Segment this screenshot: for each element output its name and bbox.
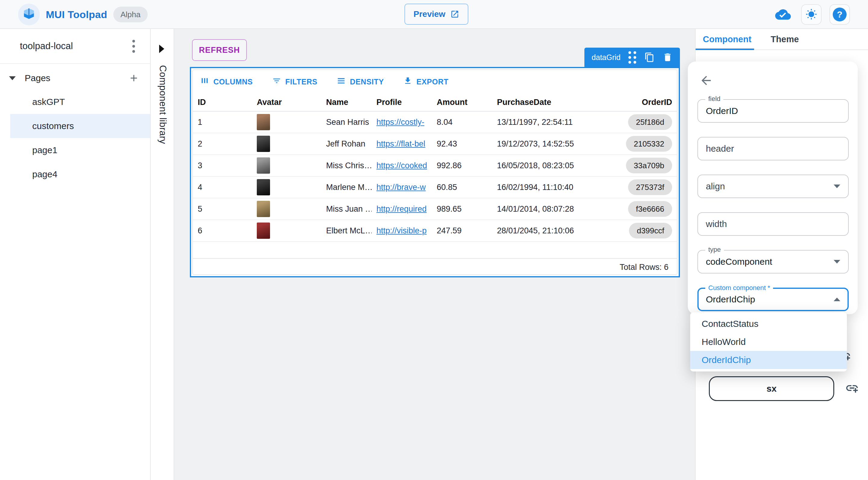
type-select[interactable]: type codeComponent: [698, 250, 849, 273]
app-title: MUI Toolpad: [46, 9, 107, 21]
sidebar-item-askGPT[interactable]: askGPT: [0, 90, 150, 114]
column-header-amount[interactable]: Amount: [432, 98, 492, 107]
top-app-bar: MUI Toolpad Alpha Preview ?: [0, 0, 868, 29]
cell-purchase-date: 13/11/1997, 22:54:11: [492, 118, 619, 127]
component-tag-label: dataGrid: [592, 53, 621, 62]
cell-id: 2: [193, 139, 252, 149]
profile-link[interactable]: https://costly-: [376, 118, 424, 127]
custom-component-menu: ContactStatusHelloWorldOrderIdChip: [690, 312, 847, 371]
avatar: [257, 157, 270, 174]
profile-link[interactable]: http://required: [376, 204, 427, 213]
menu-item-HelloWorld[interactable]: HelloWorld: [690, 333, 847, 351]
cell-order-id: 275373f: [619, 179, 677, 195]
cell-id: 5: [193, 204, 252, 214]
profile-link[interactable]: http://brave-w: [376, 183, 426, 192]
align-select[interactable]: align: [698, 175, 849, 198]
table-row[interactable]: 6Elbert McL…http://visible-p247.5928/01/…: [193, 220, 677, 242]
column-header-orderid[interactable]: OrderID: [619, 98, 677, 107]
total-rows-label: Total Rows: 6: [620, 263, 669, 272]
alpha-badge: Alpha: [113, 7, 148, 22]
custom-component-select[interactable]: Custom component * OrderIdChip: [698, 288, 849, 311]
column-header-name[interactable]: Name: [321, 98, 372, 107]
tab-component[interactable]: Component: [703, 29, 751, 50]
sx-button[interactable]: sx: [709, 376, 834, 401]
cell-amount: 989.65: [432, 204, 492, 214]
grid-toolbar-export-button[interactable]: EXPORT: [403, 76, 448, 87]
add-binding-icon[interactable]: [845, 381, 859, 396]
cell-name: Elbert McL…: [321, 226, 372, 236]
delete-icon[interactable]: [662, 52, 673, 62]
avatar: [257, 136, 270, 152]
collapse-arrow-icon[interactable]: [9, 76, 16, 80]
table-row[interactable]: 1Sean Harrishttps://costly-8.0413/11/199…: [193, 112, 677, 133]
cell-amount: 247.59: [432, 226, 492, 236]
theme-toggle-button[interactable]: [801, 4, 822, 25]
field-input[interactable]: field OrderID: [698, 99, 849, 123]
cell-name: Miss Chris…: [321, 161, 372, 170]
duplicate-icon[interactable]: [644, 52, 655, 62]
type-select-value: codeComponent: [706, 257, 834, 267]
table-row[interactable]: 4Marlene M…http://brave-w60.8516/02/1994…: [193, 177, 677, 199]
width-input[interactable]: width: [698, 212, 849, 236]
column-properties-popover: field OrderID header align width type co…: [688, 61, 858, 314]
column-header-purchasedate[interactable]: PurchaseDate: [492, 98, 619, 107]
refresh-button[interactable]: REFRESH: [192, 39, 247, 61]
table-row[interactable]: 5Miss Juan …http://required989.6514/01/2…: [193, 199, 677, 220]
selected-component-outline[interactable]: dataGrid COLUMNSFILTERSDENSITYEXPORT IDA…: [190, 67, 680, 277]
type-select-label: type: [705, 246, 724, 253]
back-button[interactable]: [698, 72, 715, 90]
drag-handle-icon[interactable]: [628, 51, 637, 64]
pages-list: askGPTcustomerspage1page4: [0, 90, 150, 186]
cell-profile: https://cooked: [372, 161, 432, 170]
filter-icon: [272, 76, 281, 87]
column-header-id[interactable]: ID: [193, 98, 252, 107]
topbar-actions: ?: [773, 4, 850, 25]
add-page-icon[interactable]: [128, 73, 139, 84]
sidebar-item-page4[interactable]: page4: [0, 162, 150, 186]
header-input-placeholder: header: [706, 144, 840, 154]
cell-order-id: f3e6666: [619, 201, 677, 217]
inspector-panel: Component Theme field OrderID header ali…: [695, 29, 868, 480]
profile-link[interactable]: http://visible-p: [376, 226, 427, 235]
menu-item-OrderIdChip[interactable]: OrderIdChip: [690, 351, 847, 369]
cell-order-id: d399ccf: [619, 223, 677, 239]
cell-purchase-date: 16/05/2018, 08:23:05: [492, 161, 619, 170]
grid-toolbar-filters-button[interactable]: FILTERS: [272, 76, 318, 87]
mui-toolpad-logo-icon: [18, 4, 40, 25]
table-row[interactable]: 3Miss Chris…https://cooked992.8616/05/20…: [193, 155, 677, 177]
arrow-back-icon: [699, 73, 713, 87]
cell-purchase-date: 14/01/2014, 08:07:28: [492, 204, 619, 214]
tab-theme[interactable]: Theme: [771, 29, 799, 50]
expand-library-icon[interactable]: [159, 44, 164, 53]
order-id-chip: 33a709b: [626, 158, 672, 173]
export-icon: [403, 76, 412, 87]
explorer-sidebar: toolpad-local Pages askGPTcustomerspage1…: [0, 29, 151, 480]
table-row[interactable]: 2Jeff Rohanhttps://flat-bel92.4319/12/20…: [193, 133, 677, 155]
profile-link[interactable]: https://cooked: [376, 161, 427, 170]
column-header-profile[interactable]: Profile: [372, 98, 432, 107]
avatar: [257, 179, 270, 196]
avatar: [257, 114, 270, 130]
cell-order-id: 2105332: [619, 136, 677, 152]
sidebar-item-page1[interactable]: page1: [0, 138, 150, 162]
menu-item-ContactStatus[interactable]: ContactStatus: [690, 315, 847, 333]
preview-button[interactable]: Preview: [404, 4, 468, 25]
project-menu-button[interactable]: [129, 37, 138, 56]
sidebar-item-customers[interactable]: customers: [10, 114, 150, 138]
column-header-avatar[interactable]: Avatar: [252, 98, 321, 107]
cell-profile: http://brave-w: [372, 183, 432, 192]
cell-order-id: 25f186d: [619, 114, 677, 130]
component-library-strip[interactable]: Component library: [151, 29, 174, 480]
data-grid-footer: Total Rows: 6: [193, 259, 677, 275]
cell-profile: http://visible-p: [372, 226, 432, 236]
order-id-chip: 25f186d: [628, 114, 672, 130]
cell-purchase-date: 19/12/2073, 14:52:55: [492, 139, 619, 149]
grid-toolbar-columns-button[interactable]: COLUMNS: [200, 76, 253, 87]
order-id-chip: d399ccf: [629, 223, 672, 239]
grid-toolbar-density-button[interactable]: DENSITY: [337, 76, 384, 87]
help-button[interactable]: ?: [830, 4, 850, 25]
header-input[interactable]: header: [698, 137, 849, 160]
cell-profile: http://required: [372, 204, 432, 214]
field-input-label: field: [705, 95, 723, 103]
profile-link[interactable]: https://flat-bel: [376, 139, 425, 148]
